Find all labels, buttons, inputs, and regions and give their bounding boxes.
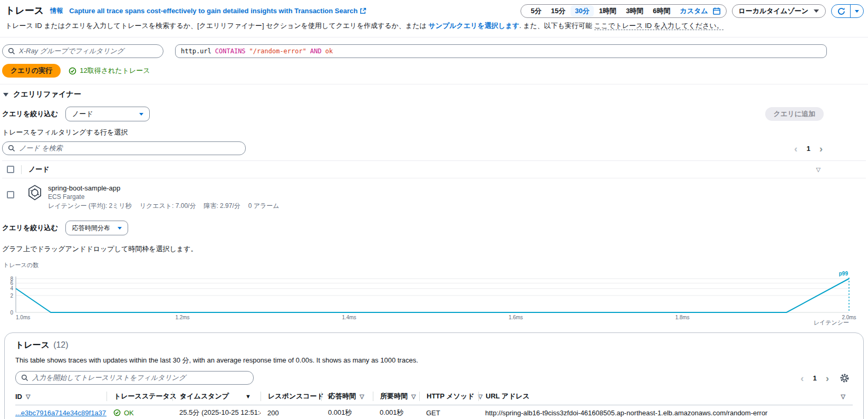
enter-trace-id-link[interactable]: ここでトレース ID を入力してください。	[594, 22, 724, 30]
node-row[interactable]: spring-boot-sample-app ECS Fargate レイテンシ…	[2, 178, 866, 216]
time-range-group: 5分15分30分1時間3時間6時間	[526, 5, 674, 17]
query-token-keyword: AND	[310, 47, 322, 55]
search-icon	[21, 374, 28, 382]
time-range-option[interactable]: 15分	[547, 5, 570, 17]
filter-bar: X-Ray グループでフィルタリング http.urlCONTAINS"/ran…	[0, 37, 868, 58]
page-title: トレース	[5, 4, 44, 17]
trace-id-link[interactable]: ...e3bc7916a714e34c89f1a377	[15, 409, 107, 417]
refresh-options-button[interactable]	[850, 5, 863, 17]
column-header[interactable]: 応答時間▽	[321, 392, 373, 401]
column-header[interactable]: HTTP メソッド▽	[419, 392, 478, 401]
latency-distribution-chart[interactable]: トレースの数 024681.0ms1.2ms1.4ms1.6ms1.8ms2.0…	[2, 261, 866, 327]
next-page-icon[interactable]: ›	[819, 144, 823, 154]
page-number[interactable]: 1	[813, 374, 816, 382]
node-name: spring-boot-sample-app	[48, 184, 279, 192]
next-page-icon[interactable]: ›	[826, 373, 829, 383]
section-title: クエリリファイナー	[13, 90, 81, 99]
column-header-label: トレースステータス	[114, 392, 177, 401]
success-check-icon	[69, 67, 76, 75]
time-range-option[interactable]: 30分	[571, 5, 593, 17]
response-time: 0.001秒	[328, 408, 352, 416]
query-refiner-toggle[interactable]: クエリリファイナー	[2, 84, 866, 103]
table-settings-button[interactable]	[840, 373, 850, 383]
column-header[interactable]: URL アドレス▽	[478, 392, 853, 401]
transaction-search-link[interactable]: Capture all trace spans cost-effectively…	[69, 7, 367, 15]
column-header[interactable]: ID▽	[15, 393, 107, 401]
query-input[interactable]: http.urlCONTAINS"/random-error"ANDok	[175, 44, 827, 58]
time-range-option[interactable]: 1時間	[595, 5, 621, 17]
query-token-keyword: CONTAINS	[215, 47, 246, 55]
refresh-button[interactable]	[832, 5, 850, 17]
page-number[interactable]: 1	[806, 145, 810, 153]
column-filter-icon[interactable]: ▽	[841, 393, 845, 400]
svg-text:p99: p99	[839, 271, 848, 277]
traces-pagination: ‹ 1 ›	[801, 373, 829, 383]
sample-query-link[interactable]: サンプルクエリを選択します	[428, 22, 519, 30]
dimension-select[interactable]: ノード	[65, 107, 150, 121]
latency-chart-svg[interactable]: 024681.0ms1.2ms1.4ms1.6ms1.8ms2.0msレイテンシ…	[2, 270, 865, 325]
svg-text:4: 4	[10, 285, 13, 291]
traces-count-badge: (12)	[53, 340, 68, 350]
response-code: 200	[267, 409, 279, 417]
metric-select[interactable]: 応答時間分布	[65, 221, 128, 235]
traces-table-description: This table shows traces with updates wit…	[15, 356, 853, 365]
ecs-service-hexagon-icon	[27, 185, 42, 201]
sort-descending-icon[interactable]: ▼	[245, 393, 251, 399]
info-link[interactable]: 情報	[50, 6, 63, 15]
svg-text:0: 0	[10, 310, 13, 316]
time-range-option[interactable]: 3時間	[622, 5, 648, 17]
description-text: トレース ID またはクエリを入力してトレースを検索するか、[クエリリファイナー…	[5, 22, 428, 30]
node-search-row: ノード を検索 ‹ 1 ›	[2, 141, 866, 155]
query-token-string: ok	[325, 47, 333, 55]
previous-page-icon[interactable]: ‹	[801, 373, 804, 383]
time-range-option[interactable]: 5分	[526, 5, 545, 17]
trace-list-filter-input[interactable]: 入力を開始してトレースリストをフィルタリング	[15, 371, 254, 385]
xray-traces-page: トレース 情報 Capture all trace spans cost-eff…	[0, 0, 868, 419]
svg-text:8: 8	[10, 276, 13, 282]
node-metric: 障害: 2.97/分	[204, 202, 240, 211]
node-column-header: ノード	[28, 165, 50, 174]
node-search-input[interactable]: ノード を検索	[2, 141, 246, 155]
column-header[interactable]: レスポンスコード▽	[261, 392, 321, 401]
column-header-label: 所要時間	[380, 392, 408, 401]
svg-text:1.4ms: 1.4ms	[342, 315, 356, 320]
column-filter-icon[interactable]: ▽	[360, 393, 364, 400]
column-header[interactable]: トレースステータス▽	[107, 392, 172, 401]
add-to-query-button[interactable]: クエリに追加	[765, 107, 824, 121]
svg-text:1.8ms: 1.8ms	[675, 315, 689, 320]
column-header[interactable]: 所要時間▽	[373, 392, 419, 401]
node-search-placeholder: ノード を検索	[19, 144, 63, 153]
divider	[21, 165, 22, 174]
timezone-select-value: ローカルタイムゾーン	[739, 6, 808, 16]
run-query-button[interactable]: クエリの実行	[2, 64, 61, 78]
table-row: ...e3bc7916a714e34c89f1a377OK25.5分 (2025…	[15, 405, 853, 419]
previous-page-icon[interactable]: ‹	[794, 144, 797, 154]
svg-text:1.0ms: 1.0ms	[16, 315, 30, 320]
gear-icon	[840, 373, 850, 383]
trace-timestamp: 25.5分 (2025-10-25 12:51:44)	[179, 408, 261, 416]
node-type: ECS Fargate	[48, 193, 279, 201]
column-header[interactable]: タイムスタンプ▼	[172, 392, 261, 401]
node-metric: リクエスト: 7.00/分	[140, 202, 196, 211]
node-metric: 0 アラーム	[248, 202, 279, 211]
svg-text:1.6ms: 1.6ms	[508, 315, 523, 320]
refine-query-label: クエリを絞り込む	[2, 109, 58, 119]
select-rows-hint: トレースをフィルタリングする行を選択	[2, 128, 866, 137]
time-range-custom[interactable]: カスタム	[676, 5, 711, 17]
node-row-checkbox[interactable]	[7, 191, 14, 198]
column-filter-icon[interactable]: ▽	[411, 393, 416, 400]
calendar-icon[interactable]	[712, 7, 721, 15]
chart-y-axis-title: トレースの数	[3, 261, 866, 269]
url-address: http://spring-alb16-t9ciss3zfdoi-4616085…	[485, 409, 767, 417]
time-range-option[interactable]: 6時間	[649, 5, 674, 17]
column-filter-icon[interactable]: ▽	[816, 166, 821, 173]
select-all-checkbox[interactable]	[7, 166, 14, 173]
chart-drag-hint: グラフ上でドラッグアンドドロップして時間枠を選択します。	[2, 244, 866, 254]
timezone-select[interactable]: ローカルタイムゾーン	[732, 4, 826, 18]
column-header-label: HTTP メソッド	[427, 392, 475, 401]
xray-group-filter-input[interactable]: X-Ray グループでフィルタリング	[2, 44, 163, 58]
query-token-plain: http.url	[181, 47, 211, 55]
column-filter-icon[interactable]: ▽	[26, 393, 30, 400]
node-metric: レイテンシー (平均): 2ミリ秒	[48, 202, 132, 211]
column-header-label: 応答時間	[329, 392, 356, 401]
